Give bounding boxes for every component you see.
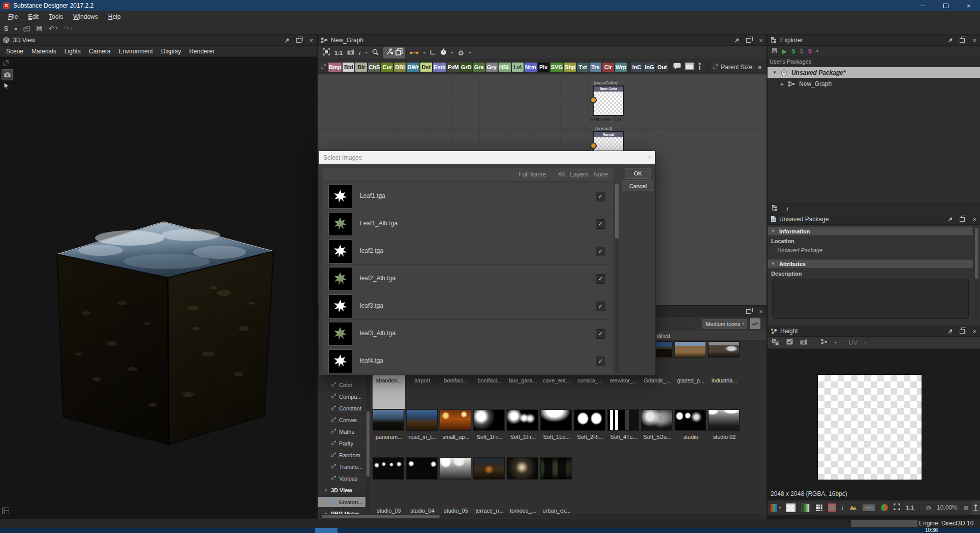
library-hscrollbar[interactable]	[320, 514, 764, 518]
library-item-label[interactable]: Soft_2Ri...	[574, 434, 606, 440]
library-thumbnail[interactable]	[708, 341, 740, 358]
node-type-button-grd[interactable]: GrD	[461, 63, 472, 72]
library-thumbnail[interactable]	[540, 457, 572, 480]
information-section[interactable]: ▼ Information	[768, 227, 973, 235]
select-layers-option[interactable]: Layers	[570, 171, 588, 178]
ab-compare-button[interactable]: AB	[772, 339, 779, 347]
dock-pin-button[interactable]	[970, 500, 980, 515]
node-type-button-bmp[interactable]: Bmp	[328, 63, 342, 72]
library-thumbnail[interactable]	[675, 341, 706, 358]
library-item-label[interactable]: industria...	[708, 377, 741, 383]
node-type-button-trs[interactable]: Trs	[590, 63, 601, 72]
menu-windows[interactable]: Windows	[68, 13, 103, 20]
node-type-button-svg[interactable]: SVG	[550, 63, 563, 72]
node-type-button-plx[interactable]: Plx	[538, 63, 549, 72]
3dview-menu-materials[interactable]: Materials	[27, 48, 60, 55]
rgb-channels-button[interactable]: RGB	[863, 505, 876, 511]
fit-view-button[interactable]	[323, 48, 330, 57]
library-thumbnail[interactable]	[708, 409, 740, 431]
package-scrollbar[interactable]	[974, 227, 979, 321]
library-item-label[interactable]: Soft_1Fr...	[507, 434, 539, 440]
node-type-button-nrm[interactable]: Nrm	[525, 63, 537, 72]
node-type-button-txt[interactable]: Txt	[577, 63, 589, 72]
library-thumbnail[interactable]	[440, 457, 471, 480]
zoom-in-button[interactable]: ⊕	[963, 504, 969, 512]
node-type-button-inc[interactable]: InC	[631, 63, 642, 72]
menu-file[interactable]: File	[3, 13, 23, 20]
3dview-menu-renderer[interactable]: Renderer	[185, 48, 219, 55]
pin-icon[interactable]	[946, 216, 954, 223]
library-item-label[interactable]: studio	[675, 434, 707, 440]
dialog-row-leaf2-tga[interactable]: leaf2.tga✓	[323, 238, 613, 265]
library-thumbnail[interactable]	[373, 409, 404, 431]
windows-taskbar[interactable]: 10:36	[0, 528, 980, 533]
link-elbow-button[interactable]	[430, 49, 436, 56]
node-type-button-dwr[interactable]: DWr	[407, 63, 419, 72]
file-checkbox[interactable]: ✓	[596, 247, 605, 256]
zoom-value[interactable]: 10.00%	[937, 504, 958, 511]
zoom-search-button[interactable]	[372, 49, 379, 57]
close-panel-icon[interactable]: ×	[971, 328, 978, 335]
file-checkbox[interactable]: ✓	[596, 219, 605, 229]
publish-substance-button[interactable]: $	[791, 47, 795, 55]
background-checker-button[interactable]	[786, 504, 795, 512]
library-thumbnail[interactable]	[641, 409, 672, 431]
library-item-label[interactable]: Soft_5Da...	[641, 434, 673, 440]
link-style-button[interactable]	[410, 49, 419, 56]
dialog-row-leaf1-alb-tga[interactable]: Leaf1_Alb.tga✓	[323, 210, 613, 238]
library-thumbnail[interactable]	[540, 409, 572, 431]
explorer-header[interactable]: Explorer ×	[768, 35, 980, 46]
close-panel-icon[interactable]: ×	[308, 37, 315, 44]
pin-comment-button[interactable]	[698, 63, 701, 71]
library-item-label[interactable]: urban_ex...	[540, 508, 573, 514]
node-type-button-lvl[interactable]: Lvl	[512, 63, 524, 72]
tree-item-new-graph[interactable]: ▶ New_Graph	[768, 79, 980, 89]
library-item-label[interactable]: tomoco_...	[507, 508, 539, 514]
cancel-button[interactable]: Cancel	[623, 181, 653, 191]
channels-button[interactable]: ▾	[771, 504, 781, 512]
float-icon[interactable]	[959, 216, 966, 223]
node-input-dot[interactable]	[590, 97, 597, 103]
camera-mode-button[interactable]	[2, 69, 13, 80]
float-icon[interactable]	[295, 37, 302, 44]
library-category-maths[interactable]: Maths	[318, 427, 365, 437]
filter-button[interactable]	[750, 318, 760, 329]
node-type-button-ing[interactable]: InG	[644, 63, 655, 72]
pin-icon[interactable]	[283, 37, 290, 44]
pin-icon[interactable]	[946, 37, 954, 44]
close-button[interactable]: ×	[957, 0, 980, 11]
dialog-row-leaf3-tga[interactable]: leaf3.tga✓	[323, 292, 613, 320]
library-category-constant[interactable]: Constant	[318, 403, 365, 414]
graph-link-button[interactable]	[820, 339, 828, 346]
color-sphere-button[interactable]	[881, 504, 888, 511]
3dview-menu-camera[interactable]: Camera	[85, 48, 115, 55]
gradient-background-button[interactable]	[801, 504, 810, 512]
3dview-menu-environment[interactable]: Environment	[114, 48, 157, 55]
info-button[interactable]: i	[359, 49, 361, 57]
timer-button[interactable]	[440, 48, 447, 57]
tree-tab[interactable]	[772, 205, 778, 213]
export-sbsar-button[interactable]: $	[808, 47, 812, 55]
3dview-menu-lights[interactable]: Lights	[60, 48, 85, 55]
fit-image-button[interactable]	[894, 504, 900, 512]
library-item-label[interactable]: corsica_...	[574, 377, 606, 383]
detach-icon[interactable]	[321, 64, 326, 71]
library-item-label[interactable]: panoram...	[373, 434, 405, 440]
node-type-button-gry[interactable]: Gry	[486, 63, 498, 72]
library-thumbnail[interactable]	[607, 409, 639, 431]
full-frame-option[interactable]: Full frame	[519, 171, 546, 178]
pin-icon[interactable]	[946, 328, 954, 335]
float-icon[interactable]	[745, 37, 752, 44]
menu-help[interactable]: Help	[103, 13, 126, 20]
height-viewport[interactable]	[768, 349, 980, 489]
library-thumbnail[interactable]	[406, 409, 438, 431]
info-button[interactable]: i	[842, 504, 844, 512]
description-textarea[interactable]	[772, 279, 969, 319]
library-item-label[interactable]: studio 02	[708, 434, 741, 440]
node-input-dot[interactable]	[590, 142, 597, 149]
close-panel-icon[interactable]: ×	[757, 37, 764, 44]
chevron-down-icon[interactable]: ▾	[451, 50, 453, 55]
node-type-button-out[interactable]: Out	[656, 63, 668, 72]
library-item-label[interactable]: Soft_1Fr...	[473, 434, 506, 440]
node-type-button-fxm[interactable]: FxM	[447, 63, 460, 72]
